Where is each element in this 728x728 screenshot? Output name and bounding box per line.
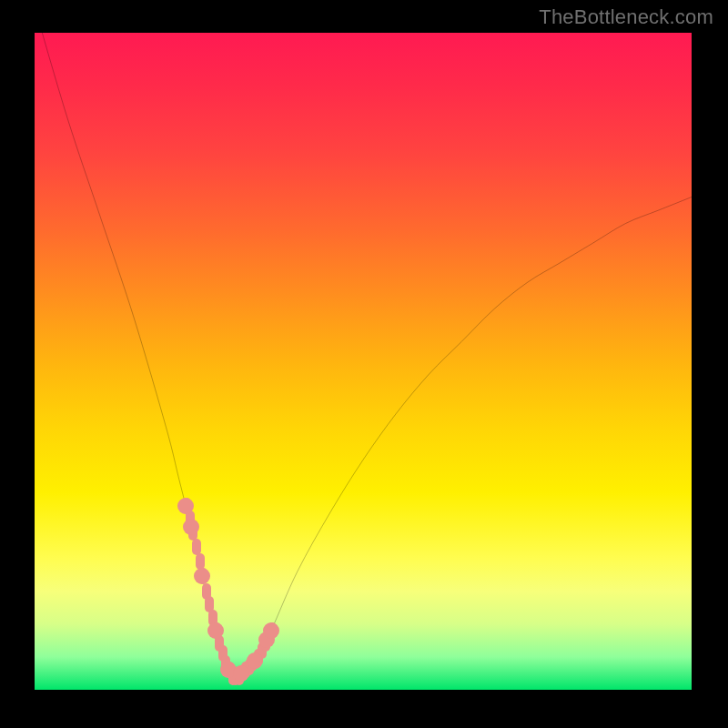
typical-cap-dot xyxy=(177,498,194,514)
plot-area xyxy=(35,33,692,690)
typical-cap-dot xyxy=(207,622,224,639)
typical-cap-dot xyxy=(183,519,199,535)
typical-cap-dot xyxy=(247,652,263,669)
bottleneck-curve xyxy=(35,33,692,690)
chart-stage: TheBottleneck.com xyxy=(0,0,728,728)
typical-cap-dot xyxy=(263,622,279,639)
watermark-text: TheBottleneck.com xyxy=(539,5,713,29)
